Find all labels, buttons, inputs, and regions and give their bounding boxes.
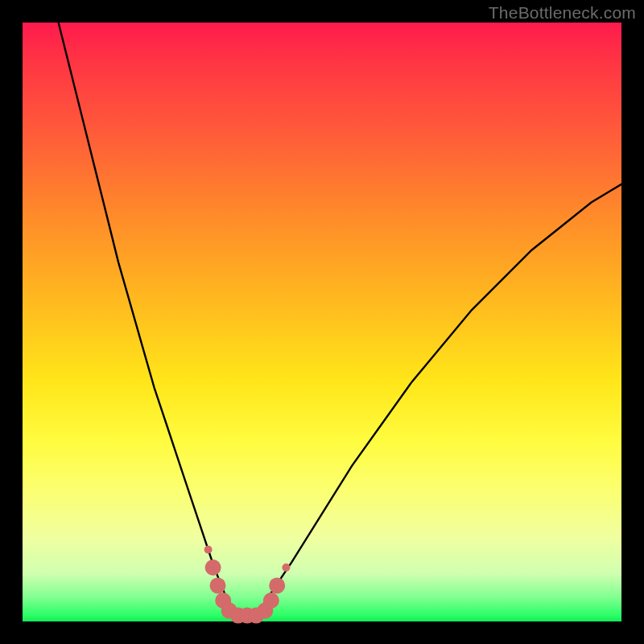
outer-frame: TheBottleneck.com (0, 0, 644, 644)
curve-marker (210, 577, 226, 593)
plot-area (23, 23, 621, 621)
curve-marker (269, 577, 285, 593)
bottleneck-curve (59, 23, 621, 616)
curve-marker (205, 559, 221, 576)
curve-marker (282, 564, 290, 572)
curve-marker (263, 592, 279, 609)
curve-markers (204, 546, 291, 624)
watermark-text: TheBottleneck.com (489, 3, 636, 23)
chart-svg (23, 23, 621, 621)
curve-marker (204, 546, 213, 554)
